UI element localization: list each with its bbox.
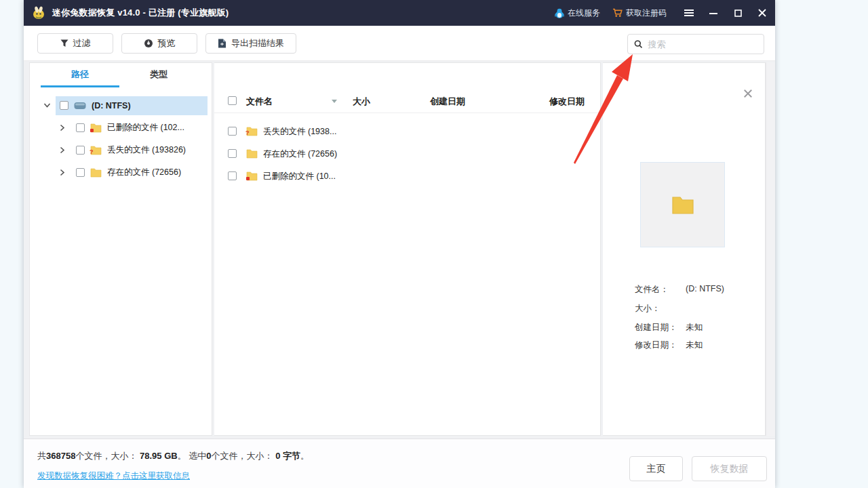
- filter-label: 过滤: [73, 37, 91, 49]
- detail-size: 大小：: [635, 303, 758, 318]
- home-button[interactable]: 主页: [629, 456, 683, 481]
- detail-value: (D: NTFS): [686, 284, 724, 293]
- close-button[interactable]: [757, 8, 767, 18]
- chevron-right-icon: [58, 146, 66, 154]
- scan-summary: 共368758个文件，大小： 78.95 GB。 选中0个文件，大小： 0 字节…: [37, 450, 309, 462]
- titlebar: 迷你兔数据恢复 v14.0 - 已注册 (专业旗舰版) 在线服务: [24, 0, 775, 26]
- sort-arrow-icon[interactable]: [332, 100, 337, 103]
- recover-data-button[interactable]: 恢复数据: [692, 456, 767, 481]
- export-label: 导出扫描结果: [231, 37, 284, 49]
- menu-button[interactable]: [684, 8, 694, 18]
- file-list-panel: 文件名 大小 创建日期 修改日期 ? 丢失的文件 (1938...: [214, 62, 601, 436]
- chevron-right-icon: [58, 124, 66, 131]
- tree-item-label: (D: NTFS): [92, 101, 131, 110]
- deleted-files-checkbox[interactable]: [76, 123, 85, 132]
- content-area: 路径 类型 (D: NTFS): [24, 61, 775, 439]
- search-box[interactable]: [627, 34, 764, 54]
- tree-item-drive[interactable]: (D: NTFS): [30, 94, 212, 117]
- app-logo-icon: [32, 6, 45, 20]
- app-title: 迷你兔数据恢复 v14.0 - 已注册 (专业旗舰版): [52, 7, 229, 19]
- detail-value: 未知: [686, 340, 703, 351]
- tab-path[interactable]: 路径: [41, 63, 119, 87]
- search-input[interactable]: [648, 39, 757, 49]
- close-icon: [758, 9, 766, 17]
- folder-deleted-icon: [90, 123, 102, 133]
- detail-label: 大小：: [635, 303, 660, 314]
- folder-lost-icon: ?: [90, 145, 102, 155]
- filter-funnel-icon: [60, 39, 68, 47]
- file-name: 已删除的文件 (10...: [263, 171, 336, 182]
- tree-item-label: 已删除的文件 (102...: [107, 122, 184, 134]
- app-window: 迷你兔数据恢复 v14.0 - 已注册 (专业旗舰版) 在线服务: [24, 0, 775, 488]
- column-header-created[interactable]: 创建日期: [430, 96, 465, 108]
- drive-icon: [74, 102, 86, 110]
- select-all-checkbox[interactable]: [228, 96, 237, 105]
- minimize-icon: [709, 9, 717, 17]
- sidebar-panel: 路径 类型 (D: NTFS): [29, 62, 212, 436]
- row-checkbox[interactable]: [228, 171, 237, 180]
- preview-panel: 文件名： (D: NTFS) 大小： 创建日期： 未知 修改日期： 未知: [603, 62, 766, 436]
- preview-icon: [144, 39, 153, 48]
- search-icon: [634, 39, 642, 49]
- drive-checkbox[interactable]: [60, 101, 68, 110]
- sidebar-tabs: 路径 类型: [30, 63, 212, 87]
- file-row-existing[interactable]: 存在的文件 (72656): [214, 142, 600, 165]
- row-checkbox[interactable]: [228, 149, 237, 158]
- qq-penguin-icon: [555, 8, 564, 18]
- file-row-deleted[interactable]: 已删除的文件 (10...: [214, 165, 600, 187]
- online-service-label: 在线服务: [568, 7, 600, 19]
- preview-thumbnail: [640, 162, 725, 247]
- file-name: 存在的文件 (72656): [263, 148, 337, 160]
- detail-label: 创建日期：: [635, 322, 677, 333]
- maximize-button[interactable]: [733, 8, 743, 18]
- minimize-button[interactable]: [709, 8, 718, 18]
- filter-button[interactable]: 过滤: [37, 33, 113, 54]
- tree-item-lost-files[interactable]: ? 丢失的文件 (193826): [30, 139, 212, 161]
- detail-label: 修改日期：: [635, 340, 677, 351]
- detail-value: 未知: [686, 322, 703, 333]
- detail-label: 文件名：: [635, 284, 669, 296]
- preview-label: 预览: [158, 37, 176, 49]
- get-license-button[interactable]: 获取注册码: [612, 7, 667, 19]
- file-row-lost[interactable]: ? 丢失的文件 (1938...: [214, 120, 600, 142]
- export-scan-result-button[interactable]: 导出扫描结果: [205, 33, 296, 54]
- export-document-icon: [218, 39, 226, 48]
- tree-item-label: 丢失的文件 (193826): [107, 144, 186, 156]
- row-checkbox[interactable]: [228, 127, 237, 136]
- maximize-icon: [734, 9, 742, 17]
- column-header-modified[interactable]: 修改日期: [549, 96, 585, 108]
- folder-deleted-icon: [246, 171, 258, 181]
- detail-created: 创建日期： 未知: [635, 322, 758, 337]
- folder-icon: [246, 148, 258, 159]
- hamburger-icon: [684, 9, 694, 17]
- preview-close-icon[interactable]: [743, 89, 753, 98]
- file-list-header: 文件名 大小 创建日期 修改日期: [214, 89, 600, 113]
- preview-button[interactable]: 预览: [121, 33, 197, 54]
- file-name: 丢失的文件 (1938...: [263, 126, 336, 138]
- tab-type[interactable]: 类型: [119, 63, 198, 87]
- existing-files-checkbox[interactable]: [76, 168, 85, 177]
- tree-item-selected-highlight: (D: NTFS): [56, 96, 208, 115]
- detail-filename: 文件名： (D: NTFS): [635, 284, 758, 299]
- tree-item-existing-files[interactable]: 存在的文件 (72656): [30, 161, 212, 184]
- cart-icon: [612, 8, 623, 18]
- column-header-name[interactable]: 文件名: [246, 96, 273, 108]
- folder-icon: [90, 167, 102, 178]
- folder-lost-icon: ?: [246, 126, 258, 136]
- chevron-down-icon: [43, 102, 51, 109]
- detail-modified: 修改日期： 未知: [635, 340, 758, 354]
- column-header-size[interactable]: 大小: [353, 96, 370, 108]
- lost-files-checkbox[interactable]: [76, 146, 85, 155]
- online-service-button[interactable]: 在线服务: [555, 7, 600, 19]
- tree-item-label: 存在的文件 (72656): [107, 167, 181, 178]
- scrollbar-gutter[interactable]: [766, 62, 775, 436]
- get-license-label: 获取注册码: [626, 7, 667, 19]
- toolbar: 过滤 预览 导出扫描结果: [24, 26, 775, 61]
- folder-icon: [671, 194, 694, 216]
- chevron-right-icon: [58, 169, 66, 176]
- folder-tree: (D: NTFS) 已删除的文件 (102...: [30, 87, 212, 184]
- help-link[interactable]: 发现数据恢复很困难？点击这里获取信息: [37, 470, 190, 482]
- tree-item-deleted-files[interactable]: 已删除的文件 (102...: [30, 117, 212, 139]
- status-bar: 共368758个文件，大小： 78.95 GB。 选中0个文件，大小： 0 字节…: [24, 439, 775, 488]
